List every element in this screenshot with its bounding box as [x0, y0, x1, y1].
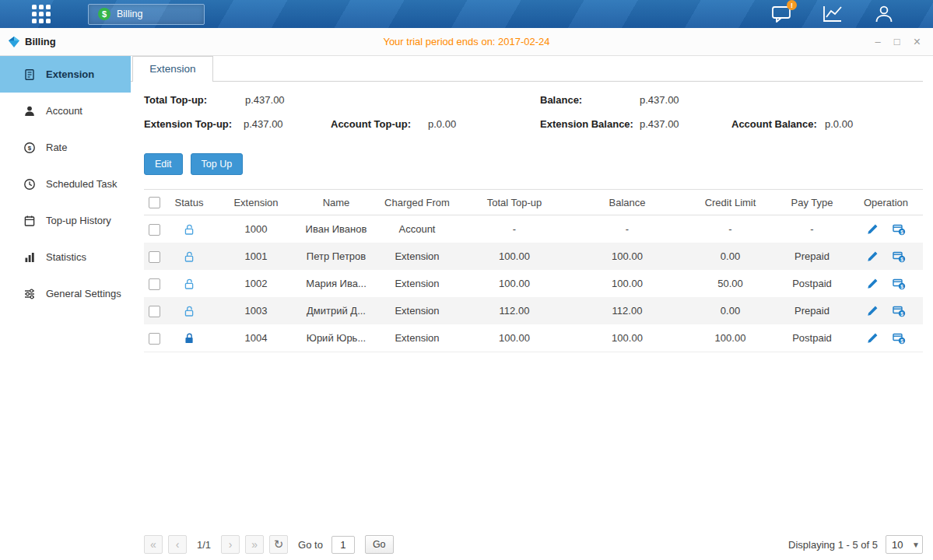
svg-text:$: $: [900, 310, 903, 317]
row-checkbox[interactable]: [149, 306, 160, 317]
sidebar-item-extension[interactable]: Extension: [0, 56, 131, 93]
sidebar-item-label: Scheduled Task: [46, 178, 118, 190]
sidebar-item-scheduled-task[interactable]: Scheduled Task: [0, 166, 131, 202]
reports-chart-icon[interactable]: [821, 3, 844, 25]
edit-row-icon[interactable]: [867, 332, 879, 344]
cell-extension: 1001: [214, 243, 298, 270]
user-icon: [874, 4, 894, 24]
svg-text:$: $: [900, 338, 903, 344]
page-size-select[interactable]: 10 ▼: [886, 535, 923, 554]
cell-balance: 112.00: [569, 297, 686, 324]
tab-bar: Extension: [131, 56, 923, 82]
sidebar-item-label: Statistics: [46, 251, 86, 263]
row-checkbox[interactable]: [149, 333, 160, 345]
row-checkbox[interactable]: [149, 251, 160, 263]
total-topup-value: p.437.00: [245, 94, 285, 106]
page-size-value: 10: [886, 539, 910, 551]
cell-name: Юрий Юрь...: [298, 324, 374, 352]
extension-balance-label: Extension Balance:: [540, 118, 633, 130]
sidebar-item-rate[interactable]: $ Rate: [0, 129, 131, 166]
minimize-button[interactable]: –: [875, 37, 881, 47]
close-button[interactable]: ×: [914, 36, 921, 48]
row-checkbox[interactable]: [149, 278, 160, 290]
status-lock-icon: [184, 222, 195, 234]
notifications-icon[interactable]: !: [770, 3, 793, 25]
sidebar-item-label: Account: [46, 105, 82, 117]
cell-charged-from: Extension: [374, 270, 460, 297]
extension-topup-value: p.437.00: [244, 118, 283, 130]
cell-charged-from: Extension: [374, 243, 460, 270]
statistics-icon: [23, 251, 36, 264]
sidebar-item-label: Extension: [46, 68, 94, 80]
cell-balance: -: [569, 215, 686, 243]
row-checkbox[interactable]: [149, 224, 160, 236]
sidebar-item-topup-history[interactable]: Top-up History: [0, 202, 131, 239]
rate-icon: $: [23, 142, 36, 154]
next-page-button[interactable]: ›: [221, 535, 240, 554]
pagination-right: Displaying 1 - 5 of 5 10 ▼: [788, 535, 923, 554]
topup-history-icon: [23, 215, 36, 227]
topup-row-icon[interactable]: $: [893, 223, 906, 236]
cell-pay-type: Postpaid: [775, 324, 849, 352]
col-status: Status: [164, 190, 214, 215]
status-lock-icon: [184, 250, 195, 261]
billing-app-tab[interactable]: $ Billing: [88, 4, 205, 25]
cell-pay-type: -: [775, 215, 849, 243]
last-page-button[interactable]: »: [245, 535, 264, 554]
table-header-row: Status Extension Name Charged From Total…: [144, 190, 923, 215]
user-account-icon[interactable]: [872, 3, 896, 25]
select-all-checkbox[interactable]: [149, 197, 160, 208]
cell-extension: 1003: [214, 297, 298, 324]
prev-page-button[interactable]: ‹: [168, 535, 187, 554]
col-credit-limit: Credit Limit: [686, 190, 775, 215]
balance-summary: Total Top-up: p.437.00 Balance: p.437.00…: [144, 82, 923, 142]
maximize-button[interactable]: □: [894, 37, 900, 47]
edit-row-icon[interactable]: [867, 223, 879, 235]
first-page-button[interactable]: «: [144, 535, 163, 554]
cell-charged-from: Extension: [374, 324, 460, 352]
go-button[interactable]: Go: [365, 535, 394, 554]
edit-row-icon[interactable]: [867, 250, 879, 262]
extension-icon: [23, 68, 36, 81]
sidebar-item-general-settings[interactable]: General Settings: [0, 275, 131, 312]
notification-badge: !: [787, 0, 797, 10]
cell-extension: 1002: [214, 270, 298, 297]
general-settings-icon: [23, 288, 36, 300]
extensions-table: Status Extension Name Charged From Total…: [144, 189, 923, 352]
top-up-button[interactable]: Top Up: [191, 153, 244, 175]
topup-row-icon[interactable]: $: [893, 332, 906, 345]
table-row: 1000 Иван Иванов Account - - - - $: [144, 215, 923, 243]
cell-credit-limit: -: [686, 215, 775, 243]
cell-balance: 100.00: [569, 243, 686, 270]
goto-label: Go to: [298, 539, 323, 551]
edit-row-icon[interactable]: [867, 305, 879, 317]
apps-grid-icon[interactable]: [30, 4, 53, 24]
goto-page-input[interactable]: [331, 536, 355, 554]
window-titlebar: Billing Your trial period ends on: 2017-…: [0, 28, 933, 56]
table-row: 1002 Мария Ива... Extension 100.00 100.0…: [144, 270, 923, 297]
sidebar-item-account[interactable]: Account: [0, 93, 131, 129]
cell-charged-from: Account: [374, 215, 460, 243]
edit-button[interactable]: Edit: [144, 153, 183, 175]
col-extension: Extension: [214, 190, 298, 215]
pagination-bar: « ‹ 1/1 › » ↻ Go to Go Displaying 1 - 5 …: [144, 535, 923, 554]
account-topup-label: Account Top-up:: [331, 118, 411, 130]
topup-row-icon[interactable]: $: [893, 278, 906, 290]
cell-balance: 100.00: [569, 270, 686, 297]
table-row: 1003 Дмитрий Д... Extension 112.00 112.0…: [144, 297, 923, 324]
account-topup-value: p.0.00: [428, 118, 456, 130]
cell-total-topup: 100.00: [460, 270, 569, 297]
edit-row-icon[interactable]: [867, 278, 879, 289]
tab-extension[interactable]: Extension: [132, 56, 213, 82]
top-navigation-bar: $ Billing !: [0, 0, 933, 28]
page-count: 1/1: [192, 539, 216, 551]
topup-row-icon[interactable]: $: [893, 305, 906, 317]
cell-name: Иван Иванов: [298, 215, 374, 243]
cell-pay-type: Postpaid: [775, 270, 849, 297]
status-lock-icon: [184, 304, 195, 316]
sidebar-item-label: Rate: [46, 142, 67, 153]
billing-dollar-icon: $: [98, 8, 110, 20]
sidebar-item-statistics[interactable]: Statistics: [0, 239, 131, 275]
refresh-button[interactable]: ↻: [269, 535, 288, 554]
topup-row-icon[interactable]: $: [893, 250, 906, 263]
